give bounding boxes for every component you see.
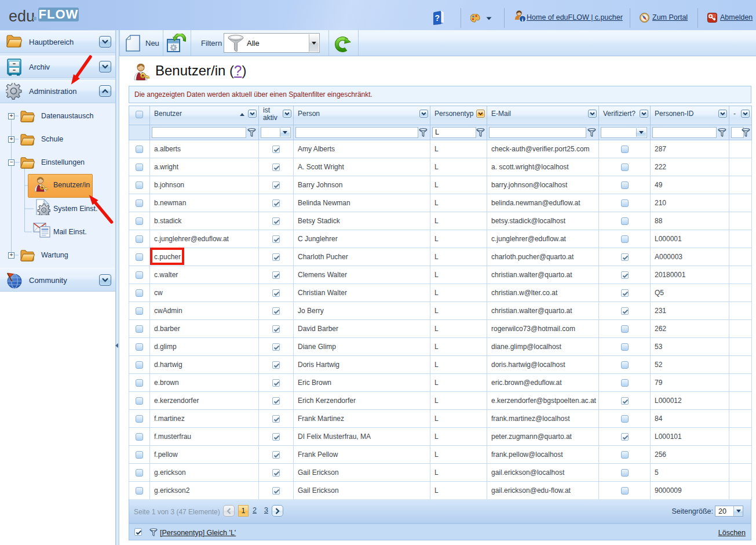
svg-text:?: ? — [435, 13, 440, 23]
